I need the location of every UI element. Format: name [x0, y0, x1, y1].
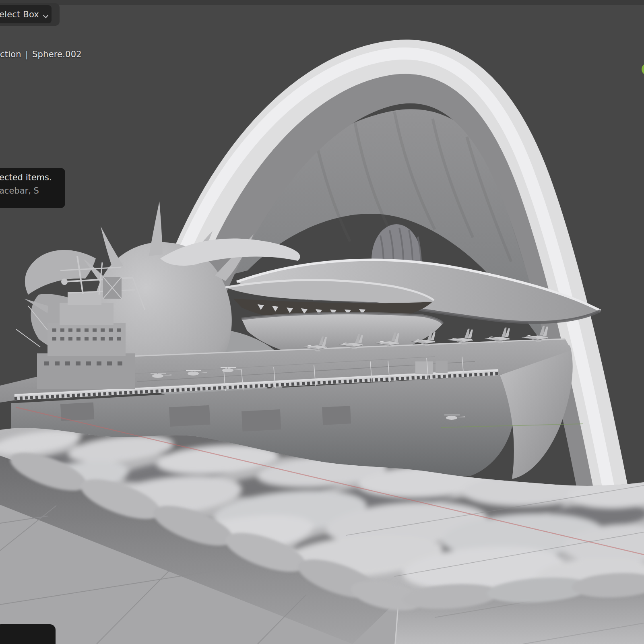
tool-header-strip	[0, 0, 644, 5]
viewport-3d[interactable]	[0, 0, 644, 644]
viewport-breadcrumb: ction|Sphere.002	[0, 50, 82, 59]
breadcrumb-collection: ction	[0, 50, 21, 59]
breadcrumb-object-name: Sphere.002	[32, 50, 82, 59]
operator-panel-collapsed[interactable]	[0, 624, 56, 644]
blender-window: elect Box ction|Sphere.002 ected items. …	[0, 0, 644, 644]
tooltip-shortcut: acebar, S	[0, 186, 60, 196]
active-tool-label: elect Box	[0, 10, 39, 19]
breadcrumb-separator: |	[21, 50, 32, 59]
tool-tooltip: ected items. acebar, S	[0, 168, 65, 208]
tooltip-description: ected items.	[0, 173, 60, 182]
active-tool-dropdown[interactable]: elect Box	[0, 5, 52, 23]
chevron-down-icon	[43, 12, 49, 17]
